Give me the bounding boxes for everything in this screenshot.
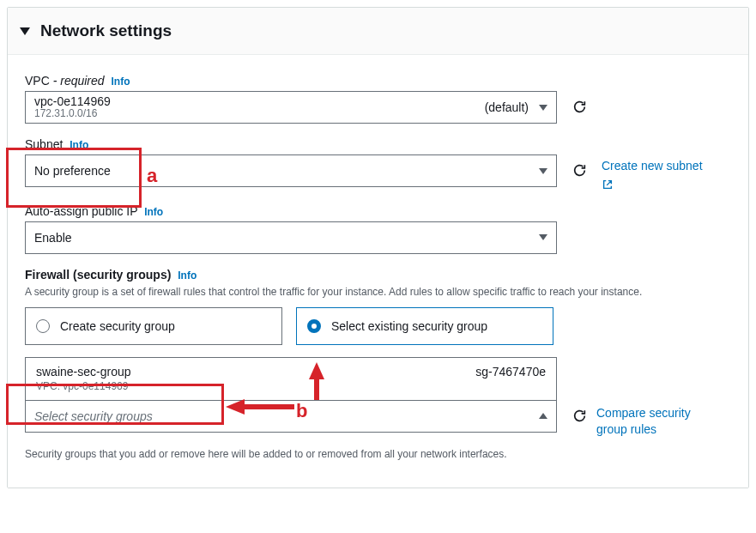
public-ip-info-link[interactable]: Info	[144, 206, 163, 218]
selected-sg-vpc: VPC: vpc-0e114969	[36, 380, 131, 393]
radio-create-sg[interactable]: Create security group	[25, 307, 282, 345]
chevron-down-icon	[539, 168, 547, 174]
subnet-value: No preference	[34, 164, 111, 178]
subnet-select[interactable]: No preference	[25, 154, 557, 187]
subnet-info-link[interactable]: Info	[70, 139, 88, 151]
chevron-up-icon	[539, 413, 547, 419]
sg-search-select[interactable]: Select security groups	[25, 400, 557, 433]
panel-title: Network settings	[40, 21, 172, 40]
sg-refresh-button[interactable]	[571, 408, 588, 425]
selected-sg-id: sg-7467470e	[475, 365, 546, 393]
radio-icon	[36, 319, 50, 333]
selected-sg-chip: swaine-sec-group VPC: vpc-0e114969 sg-74…	[25, 357, 557, 400]
caret-down-icon	[20, 27, 30, 35]
vpc-label: VPC	[25, 74, 50, 88]
public-ip-value: Enable	[34, 231, 72, 245]
refresh-icon	[572, 100, 587, 114]
selected-sg-name: swaine-sec-group	[36, 365, 131, 380]
panel-body: VPC - required Info vpc-0e114969 172.31.…	[8, 55, 748, 488]
chevron-down-icon	[539, 234, 547, 240]
firewall-info-link[interactable]: Info	[178, 270, 197, 282]
subnet-label: Subnet	[25, 137, 63, 151]
public-ip-select[interactable]: Enable	[25, 221, 557, 254]
external-link-icon	[602, 179, 614, 191]
vpc-info-link[interactable]: Info	[112, 76, 130, 88]
create-subnet-link[interactable]: Create new subnet	[602, 158, 703, 191]
sg-search-placeholder: Select security groups	[34, 409, 153, 423]
compare-sg-rules-link[interactable]: Compare security group rules	[596, 405, 708, 439]
vpc-default-tag: (default)	[485, 100, 529, 114]
firewall-label: Firewall (security groups)	[25, 268, 171, 282]
vpc-required: - required	[50, 74, 105, 88]
refresh-icon	[572, 163, 587, 178]
vpc-cidr: 172.31.0.0/16	[34, 108, 111, 120]
vpc-value: vpc-0e114969	[34, 94, 111, 108]
vpc-field: VPC - required Info vpc-0e114969 172.31.…	[25, 74, 731, 124]
public-ip-field: Auto-assign public IP Info Enable	[25, 204, 731, 254]
radio-icon-selected	[307, 319, 321, 333]
vpc-refresh-button[interactable]	[571, 98, 588, 115]
refresh-icon	[572, 409, 587, 423]
firewall-footer-note: Security groups that you add or remove h…	[25, 447, 731, 462]
public-ip-label: Auto-assign public IP	[25, 204, 137, 218]
firewall-helper: A security group is a set of firewall ru…	[25, 285, 731, 300]
radio-create-label: Create security group	[60, 319, 175, 333]
subnet-refresh-button[interactable]	[571, 161, 588, 179]
radio-existing-sg[interactable]: Select existing security group	[296, 307, 553, 345]
network-settings-panel: Network settings VPC - required Info vpc…	[7, 7, 749, 488]
panel-header[interactable]: Network settings	[8, 8, 748, 55]
subnet-field: Subnet Info No preference Create new sub…	[25, 137, 731, 191]
radio-existing-label: Select existing security group	[331, 319, 487, 333]
vpc-select[interactable]: vpc-0e114969 172.31.0.0/16 (default)	[25, 91, 557, 124]
chevron-down-icon	[539, 105, 547, 111]
firewall-field: Firewall (security groups) Info A securi…	[25, 268, 731, 462]
